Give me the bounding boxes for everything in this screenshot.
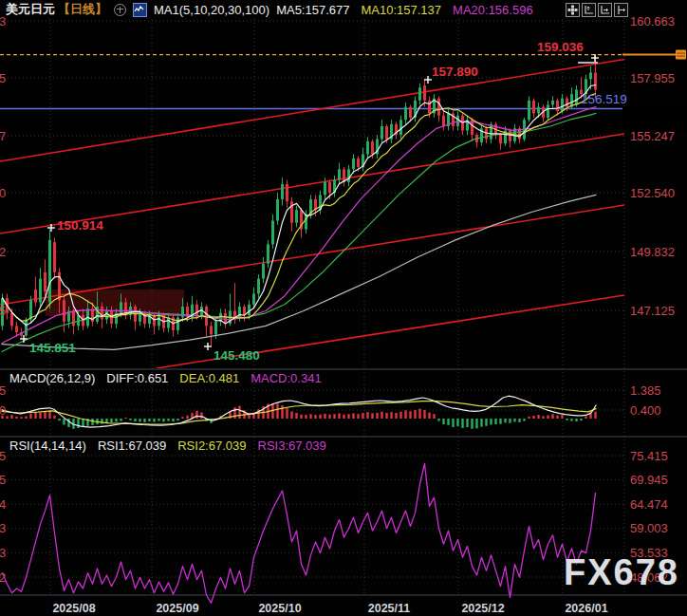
diff-line [2,396,596,427]
y-axis-label: 157.955 [630,71,675,85]
extreme-marker: 157.890 [424,65,478,84]
price-tag-icon [676,50,686,60]
extreme-price-label: 150.914 [57,218,103,233]
chart-toolbar [566,3,628,17]
axis-pan-right-icon[interactable] [598,3,612,17]
move-icon[interactable] [566,3,580,17]
indicator-value-label: DEA:0.481 [179,371,239,385]
y-axis-label: 147.125 [630,304,675,318]
y-axis-left-fragment: 5 [0,383,6,398]
y-axis-left-fragment: 3 [0,521,6,535]
y-axis-label: 160.663 [630,14,675,28]
x-axis-month-label: 2026/01 [565,602,607,615]
rsi-panel [3,464,596,604]
chart-header: 美元日元【日线】 MA1(5,10,20,30,100) MA5:157.677… [6,2,533,17]
period-tag: 【日线】 [58,1,107,18]
extreme-price-label: 145.851 [29,341,76,355]
x-axis-month-label: 2025/12 [461,602,504,615]
axis-zoom-up-icon[interactable] [582,3,596,17]
chart-glyph [134,5,144,15]
indicator-value-label: RSI3:67.039 [258,439,326,453]
y-axis-left-fragment: 7 [0,129,6,143]
price-chart-canvas: 150.914145.851145.480157.890159.036156.5… [0,0,687,616]
y-axis-left-fragment: 5 [0,304,6,318]
y-axis-left-fragment: 5 [0,71,6,85]
watermark: FX678 [564,552,679,593]
macd-panel-header: MACD(26,12,9)DIFF:0.651DEA:0.481MACD:0.3… [9,371,333,385]
blank-cover-box [622,106,687,131]
ma-legend-item: MA10:157.137 [361,3,441,17]
extreme-marker: 150.914 [47,218,103,233]
rsi-line [3,464,596,604]
x-axis-month-label: 2025/11 [368,602,411,615]
main-price-panel [0,55,624,368]
x-axis-month-label: 2025/10 [258,602,301,615]
candlestick-chart-icon[interactable] [133,3,147,17]
y-axis-left-fragment: 4 [0,497,6,512]
indicator-value-label: RSI(14,14,14) [9,439,86,453]
y-axis-label: 152.540 [630,186,675,200]
indicator-value-label: RSI2:67.039 [177,439,246,453]
y-axis-label: 155.247 [630,129,675,143]
extreme-price-label: 145.480 [214,348,260,363]
y-axis-left-fragment: 2 [0,245,6,259]
y-axis-left-fragment: 3 [0,546,6,560]
blue-line-price-label: 156.519 [581,92,627,106]
y-axis-label: 0.400 [630,403,661,418]
dea-line [2,401,596,424]
chart-app-window: 美元日元【日线】 MA1(5,10,20,30,100) MA5:157.677… [0,0,687,616]
y-axis-left-fragment: 2 [0,570,6,585]
y-axis-left-fragment: 0 [0,186,6,200]
extreme-marker: 145.851 [20,335,76,355]
ma-params-label: MA1(5,10,20,30,100) [154,3,269,17]
y-axis-label: 149.832 [630,245,675,259]
add-indicator-icon[interactable] [114,4,126,16]
y-axis-label: 64.474 [630,497,668,512]
rsi-panel-header: RSI(14,14,14)RSI1:67.039RSI2:67.039RSI3:… [9,439,338,453]
extreme-price-label: 159.036 [537,40,584,54]
extreme-marker: 159.036 [537,40,599,63]
y-axis-left-fragment: 5 [0,473,6,487]
x-axis-month-label: 2025/08 [52,602,95,615]
y-axis-left-fragment: 0 [0,403,6,418]
exit-right-icon[interactable] [614,3,628,17]
ma-legend-item: MA5:157.677 [276,3,349,17]
y-axis-label: 59.003 [630,521,668,535]
y-axis-label: 75.415 [630,449,668,463]
ma-legend-item: MA20:156.596 [453,3,533,17]
extreme-price-label: 157.890 [432,65,478,79]
y-axis-left-fragment: 5 [0,449,6,463]
ma-legend: MA5:157.677MA10:157.137MA20:156.596 [276,3,533,17]
indicator-value-label: MACD:0.341 [251,371,321,385]
indicator-value-label: MACD(26,12,9) [9,371,95,385]
indicator-value-label: RSI1:67.039 [98,439,166,453]
ma5-line [3,85,596,326]
y-axis-label: 69.945 [630,473,668,487]
macd-panel [1,396,596,429]
symbol-title: 美元日元 [6,1,55,18]
x-axis-month-label: 2025/09 [156,602,198,615]
indicator-value-label: DIFF:0.651 [106,371,168,385]
trend-channel-line [0,60,624,162]
y-axis-label: 1.385 [630,383,661,398]
